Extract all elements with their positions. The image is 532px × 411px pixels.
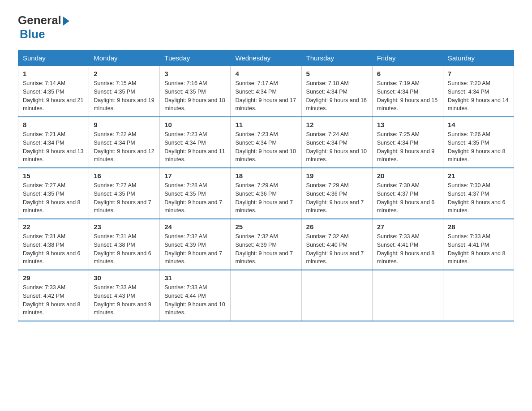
day-info: Sunrise: 7:14 AM Sunset: 4:35 PM Dayligh… — [23, 79, 84, 113]
calendar-cell: 9 Sunrise: 7:22 AM Sunset: 4:34 PM Dayli… — [89, 117, 160, 168]
calendar-cell: 7 Sunrise: 7:20 AM Sunset: 4:34 PM Dayli… — [443, 66, 514, 117]
day-number: 13 — [377, 121, 438, 128]
day-info: Sunrise: 7:21 AM Sunset: 4:34 PM Dayligh… — [23, 130, 84, 164]
calendar-cell: 5 Sunrise: 7:18 AM Sunset: 4:34 PM Dayli… — [301, 66, 372, 117]
calendar-week-row: 29 Sunrise: 7:33 AM Sunset: 4:42 PM Dayl… — [18, 270, 514, 321]
calendar-week-row: 22 Sunrise: 7:31 AM Sunset: 4:38 PM Dayl… — [18, 219, 514, 270]
day-info: Sunrise: 7:29 AM Sunset: 4:36 PM Dayligh… — [306, 181, 368, 215]
day-info: Sunrise: 7:28 AM Sunset: 4:35 PM Dayligh… — [164, 181, 226, 215]
day-number: 8 — [23, 121, 84, 128]
calendar-cell — [301, 270, 372, 321]
day-info: Sunrise: 7:32 AM Sunset: 4:40 PM Dayligh… — [306, 232, 368, 266]
day-number: 30 — [94, 274, 155, 282]
day-info: Sunrise: 7:16 AM Sunset: 4:35 PM Dayligh… — [164, 79, 226, 113]
day-number: 29 — [23, 274, 84, 282]
day-number: 14 — [448, 121, 509, 128]
day-info: Sunrise: 7:29 AM Sunset: 4:36 PM Dayligh… — [235, 181, 296, 215]
day-number: 31 — [164, 274, 226, 282]
day-info: Sunrise: 7:30 AM Sunset: 4:37 PM Dayligh… — [448, 181, 509, 215]
day-of-week-header: Monday — [89, 51, 160, 66]
day-info: Sunrise: 7:31 AM Sunset: 4:38 PM Dayligh… — [94, 232, 155, 266]
calendar-cell: 16 Sunrise: 7:27 AM Sunset: 4:35 PM Dayl… — [89, 168, 160, 219]
day-number: 18 — [235, 172, 296, 180]
logo-arrow-icon — [63, 17, 69, 26]
day-number: 15 — [23, 172, 84, 180]
day-of-week-header: Friday — [372, 51, 443, 66]
day-number: 10 — [164, 121, 226, 128]
calendar-cell: 8 Sunrise: 7:21 AM Sunset: 4:34 PM Dayli… — [18, 117, 89, 168]
calendar-table: SundayMondayTuesdayWednesdayThursdayFrid… — [18, 50, 514, 321]
calendar-cell: 20 Sunrise: 7:30 AM Sunset: 4:37 PM Dayl… — [372, 168, 443, 219]
logo-blue-text: Blue — [20, 27, 45, 41]
day-number: 25 — [235, 223, 296, 231]
day-number: 2 — [94, 70, 155, 77]
day-info: Sunrise: 7:19 AM Sunset: 4:34 PM Dayligh… — [377, 79, 438, 113]
day-of-week-header: Sunday — [18, 51, 89, 66]
calendar-cell: 17 Sunrise: 7:28 AM Sunset: 4:35 PM Dayl… — [160, 168, 231, 219]
day-info: Sunrise: 7:33 AM Sunset: 4:42 PM Dayligh… — [23, 283, 84, 317]
calendar-cell: 29 Sunrise: 7:33 AM Sunset: 4:42 PM Dayl… — [18, 270, 89, 321]
calendar-cell: 6 Sunrise: 7:19 AM Sunset: 4:34 PM Dayli… — [372, 66, 443, 117]
calendar-cell: 21 Sunrise: 7:30 AM Sunset: 4:37 PM Dayl… — [443, 168, 514, 219]
day-info: Sunrise: 7:33 AM Sunset: 4:44 PM Dayligh… — [164, 283, 226, 317]
day-info: Sunrise: 7:31 AM Sunset: 4:38 PM Dayligh… — [23, 232, 84, 266]
day-number: 6 — [377, 70, 438, 77]
day-number: 26 — [306, 223, 368, 231]
day-info: Sunrise: 7:32 AM Sunset: 4:39 PM Dayligh… — [164, 232, 226, 266]
day-number: 21 — [448, 172, 509, 180]
calendar-cell: 10 Sunrise: 7:23 AM Sunset: 4:34 PM Dayl… — [160, 117, 231, 168]
calendar-cell: 27 Sunrise: 7:33 AM Sunset: 4:41 PM Dayl… — [372, 219, 443, 270]
day-info: Sunrise: 7:26 AM Sunset: 4:35 PM Dayligh… — [448, 130, 509, 164]
calendar-cell: 31 Sunrise: 7:33 AM Sunset: 4:44 PM Dayl… — [160, 270, 231, 321]
day-number: 11 — [235, 121, 296, 128]
calendar-week-row: 15 Sunrise: 7:27 AM Sunset: 4:35 PM Dayl… — [18, 168, 514, 219]
calendar-cell: 24 Sunrise: 7:32 AM Sunset: 4:39 PM Dayl… — [160, 219, 231, 270]
day-of-week-header: Saturday — [443, 51, 514, 66]
day-of-week-header: Wednesday — [231, 51, 301, 66]
calendar-cell: 4 Sunrise: 7:17 AM Sunset: 4:34 PM Dayli… — [231, 66, 301, 117]
day-info: Sunrise: 7:30 AM Sunset: 4:37 PM Dayligh… — [377, 181, 438, 215]
day-number: 16 — [94, 172, 155, 180]
day-info: Sunrise: 7:33 AM Sunset: 4:41 PM Dayligh… — [448, 232, 509, 266]
day-number: 3 — [164, 70, 226, 77]
calendar-cell: 23 Sunrise: 7:31 AM Sunset: 4:38 PM Dayl… — [89, 219, 160, 270]
day-of-week-header: Tuesday — [160, 51, 231, 66]
day-info: Sunrise: 7:20 AM Sunset: 4:34 PM Dayligh… — [448, 79, 509, 113]
day-number: 7 — [448, 70, 509, 77]
day-info: Sunrise: 7:23 AM Sunset: 4:34 PM Dayligh… — [235, 130, 296, 164]
calendar-cell: 14 Sunrise: 7:26 AM Sunset: 4:35 PM Dayl… — [443, 117, 514, 168]
calendar-cell: 19 Sunrise: 7:29 AM Sunset: 4:36 PM Dayl… — [301, 168, 372, 219]
day-info: Sunrise: 7:18 AM Sunset: 4:34 PM Dayligh… — [306, 79, 368, 113]
day-info: Sunrise: 7:17 AM Sunset: 4:34 PM Dayligh… — [235, 79, 296, 113]
calendar-cell: 11 Sunrise: 7:23 AM Sunset: 4:34 PM Dayl… — [231, 117, 301, 168]
calendar-cell: 2 Sunrise: 7:15 AM Sunset: 4:35 PM Dayli… — [89, 66, 160, 117]
day-number: 17 — [164, 172, 226, 180]
day-number: 9 — [94, 121, 155, 128]
calendar-cell: 12 Sunrise: 7:24 AM Sunset: 4:34 PM Dayl… — [301, 117, 372, 168]
calendar-cell — [231, 270, 301, 321]
day-number: 20 — [377, 172, 438, 180]
day-info: Sunrise: 7:23 AM Sunset: 4:34 PM Dayligh… — [164, 130, 226, 164]
calendar-cell — [372, 270, 443, 321]
calendar-cell: 13 Sunrise: 7:25 AM Sunset: 4:34 PM Dayl… — [372, 117, 443, 168]
calendar-cell: 22 Sunrise: 7:31 AM Sunset: 4:38 PM Dayl… — [18, 219, 89, 270]
day-info: Sunrise: 7:33 AM Sunset: 4:41 PM Dayligh… — [377, 232, 438, 266]
calendar-cell: 25 Sunrise: 7:32 AM Sunset: 4:39 PM Dayl… — [231, 219, 301, 270]
calendar-header-row: SundayMondayTuesdayWednesdayThursdayFrid… — [18, 51, 514, 66]
day-number: 28 — [448, 223, 509, 231]
calendar-cell — [443, 270, 514, 321]
day-number: 12 — [306, 121, 368, 128]
day-info: Sunrise: 7:25 AM Sunset: 4:34 PM Dayligh… — [377, 130, 438, 164]
day-info: Sunrise: 7:27 AM Sunset: 4:35 PM Dayligh… — [94, 181, 155, 215]
day-info: Sunrise: 7:22 AM Sunset: 4:34 PM Dayligh… — [94, 130, 155, 164]
calendar-week-row: 1 Sunrise: 7:14 AM Sunset: 4:35 PM Dayli… — [18, 66, 514, 117]
day-number: 23 — [94, 223, 155, 231]
calendar-cell: 28 Sunrise: 7:33 AM Sunset: 4:41 PM Dayl… — [443, 219, 514, 270]
day-info: Sunrise: 7:33 AM Sunset: 4:43 PM Dayligh… — [94, 283, 155, 317]
calendar-cell: 15 Sunrise: 7:27 AM Sunset: 4:35 PM Dayl… — [18, 168, 89, 219]
calendar-week-row: 8 Sunrise: 7:21 AM Sunset: 4:34 PM Dayli… — [18, 117, 514, 168]
day-number: 1 — [23, 70, 84, 77]
day-number: 22 — [23, 223, 84, 231]
calendar-cell: 1 Sunrise: 7:14 AM Sunset: 4:35 PM Dayli… — [18, 66, 89, 117]
day-number: 24 — [164, 223, 226, 231]
